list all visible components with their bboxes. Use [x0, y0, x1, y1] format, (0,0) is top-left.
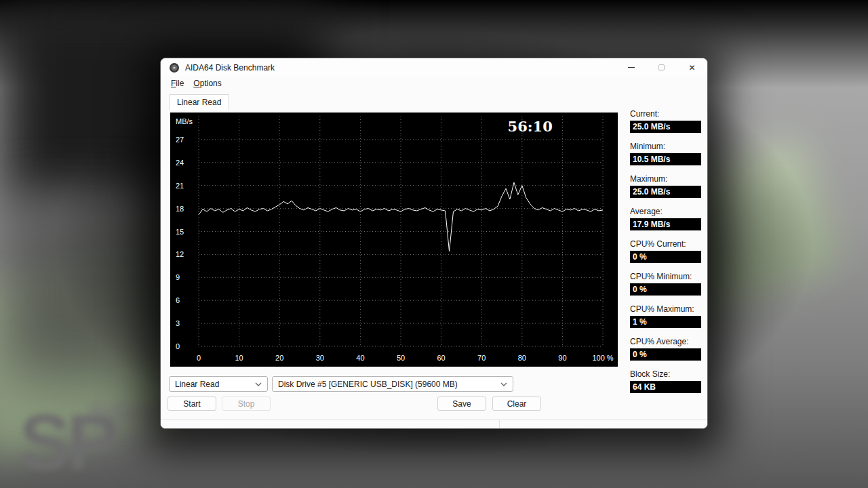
stat-label: Current:	[630, 109, 702, 119]
stat-label: Maximum:	[630, 174, 702, 184]
stat-minimum: Minimum: 10.5 MB/s	[630, 142, 702, 165]
benchmark-chart-svg: MB/s036912151821242701020304050607080901…	[170, 113, 618, 367]
stat-value-box: 25.0 MB/s	[630, 121, 701, 133]
stop-button[interactable]: Stop	[222, 396, 271, 411]
maximize-button[interactable]	[646, 58, 677, 77]
svg-text:50: 50	[397, 354, 405, 362]
svg-text:60: 60	[437, 354, 445, 362]
stat-label: CPU% Maximum:	[630, 304, 702, 314]
drive-select[interactable]: Disk Drive #5 [GENERIC USB_DISK] (59600 …	[272, 376, 513, 392]
stat-value-box: 0 %	[630, 251, 701, 263]
svg-text:18: 18	[176, 205, 184, 213]
stat-label: Block Size:	[630, 369, 702, 379]
stat-label: CPU% Average:	[630, 337, 702, 346]
svg-text:20: 20	[275, 354, 283, 362]
stat-value-box: 10.5 MB/s	[630, 153, 701, 165]
tab-linear-read[interactable]: Linear Read	[169, 94, 229, 110]
stat-block-size: Block Size: 64 KB	[630, 369, 702, 393]
svg-text:12: 12	[176, 250, 184, 258]
stats-panel: Current: 25.0 MB/s Minimum: 10.5 MB/s Ma…	[630, 109, 702, 402]
stat-value-box: 25.0 MB/s	[630, 186, 701, 198]
svg-text:9: 9	[176, 273, 180, 281]
clear-button[interactable]: Clear	[492, 396, 541, 411]
stat-cpu-maximum: CPU% Maximum: 1 %	[630, 304, 702, 328]
window-title: AIDA64 Disk Benchmark	[185, 63, 616, 73]
close-icon: ✕	[688, 63, 695, 73]
stat-value-box: 17.9 MB/s	[630, 218, 701, 230]
menu-file[interactable]: File	[166, 78, 189, 89]
stat-value-box: 64 KB	[630, 381, 701, 393]
svg-text:0: 0	[176, 342, 180, 350]
status-bar-left	[161, 420, 500, 428]
svg-text:70: 70	[477, 354, 486, 362]
stat-label: CPU% Minimum:	[630, 272, 702, 281]
svg-text:80: 80	[518, 354, 526, 362]
svg-text:MB/s: MB/s	[176, 117, 193, 125]
svg-text:90: 90	[558, 354, 566, 362]
svg-text:21: 21	[176, 182, 184, 190]
stat-average: Average: 17.9 MB/s	[630, 207, 702, 230]
save-button[interactable]: Save	[437, 396, 486, 411]
stat-cpu-minimum: CPU% Minimum: 0 %	[630, 272, 702, 296]
drive-select-value: Disk Drive #5 [GENERIC USB_DISK] (59600 …	[278, 380, 458, 389]
svg-text:24: 24	[176, 159, 184, 167]
svg-text:6: 6	[176, 296, 180, 304]
start-button[interactable]: Start	[167, 396, 216, 411]
stat-value-box: 0 %	[630, 283, 701, 296]
stat-value-box: 1 %	[630, 316, 701, 328]
svg-text:40: 40	[356, 354, 364, 362]
title-bar: AIDA64 Disk Benchmark ✕	[161, 58, 707, 77]
menu-bar: File Options	[161, 77, 707, 90]
stat-cpu-current: CPU% Current: 0 %	[630, 239, 702, 263]
chevron-down-icon	[500, 382, 507, 386]
maximize-icon	[658, 64, 665, 70]
aida64-disk-benchmark-window: AIDA64 Disk Benchmark ✕ File Options Lin…	[160, 58, 708, 429]
test-type-value: Linear Read	[175, 380, 219, 389]
stat-maximum: Maximum: 25.0 MB/s	[630, 174, 702, 198]
stat-label: Minimum:	[630, 142, 702, 151]
stat-current: Current: 25.0 MB/s	[630, 109, 702, 133]
close-button[interactable]: ✕	[677, 58, 707, 77]
svg-text:3: 3	[176, 319, 180, 327]
svg-text:30: 30	[316, 354, 324, 362]
test-type-select[interactable]: Linear Read	[169, 376, 268, 392]
svg-text:27: 27	[176, 136, 184, 144]
svg-text:100 %: 100 %	[592, 354, 613, 362]
svg-text:15: 15	[176, 228, 184, 236]
app-icon	[169, 62, 180, 73]
benchmark-chart: MB/s036912151821242701020304050607080901…	[170, 113, 618, 367]
menu-options[interactable]: Options	[189, 78, 226, 89]
stat-value-box: 0 %	[630, 348, 701, 361]
status-bar	[161, 420, 707, 428]
stat-label: CPU% Current:	[630, 239, 702, 249]
chevron-down-icon	[255, 382, 262, 386]
minimize-button[interactable]	[616, 58, 646, 77]
status-bar-right	[500, 420, 707, 428]
svg-text:10: 10	[235, 354, 243, 362]
stat-cpu-average: CPU% Average: 0 %	[630, 337, 702, 361]
svg-text:0: 0	[197, 354, 201, 362]
stat-label: Average:	[630, 207, 702, 216]
minimize-icon	[628, 67, 635, 68]
svg-text:56:10: 56:10	[508, 118, 553, 135]
